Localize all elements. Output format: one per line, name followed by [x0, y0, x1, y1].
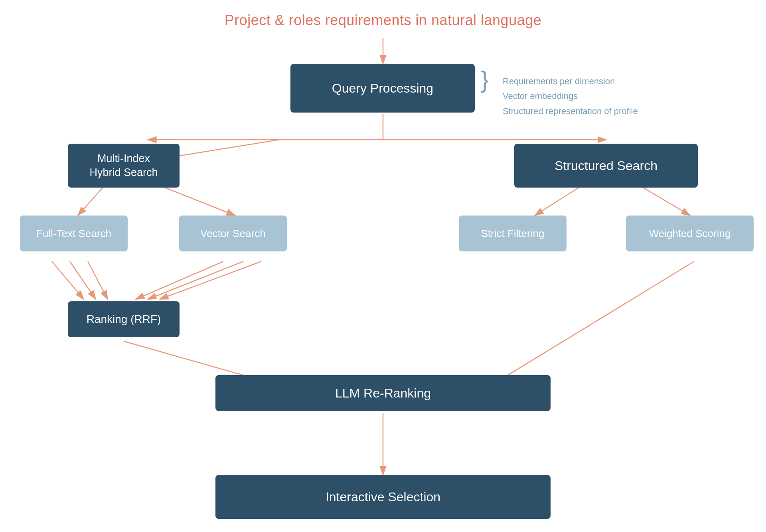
- svg-line-10: [88, 261, 108, 299]
- full-text-search-box: Full-Text Search: [20, 216, 128, 251]
- annotation-text: Requirements per dimension Vector embedd…: [503, 74, 638, 119]
- interactive-selection-box: Interactive Selection: [215, 475, 551, 519]
- query-processing-box: Query Processing: [290, 64, 475, 113]
- weighted-scoring-box: Weighted Scoring: [626, 216, 754, 251]
- structured-search-box: Structured Search: [514, 144, 698, 188]
- svg-line-11: [136, 261, 223, 299]
- top-label: Project & roles requirements in natural …: [225, 12, 541, 29]
- svg-line-8: [52, 261, 84, 299]
- annotation-line-3: Structured representation of profile: [503, 104, 638, 119]
- ranking-rrf-box: Ranking (RRF): [68, 301, 180, 337]
- svg-line-12: [148, 261, 243, 299]
- svg-line-9: [70, 261, 96, 299]
- strict-filtering-box: Strict Filtering: [459, 216, 567, 251]
- annotation-brace: }: [481, 66, 489, 93]
- svg-line-17: [495, 261, 694, 383]
- llm-reranking-box: LLM Re-Ranking: [215, 375, 551, 411]
- annotation-line-2: Vector embeddings: [503, 89, 638, 103]
- multi-index-box: Multi-Index Hybrid Search: [68, 144, 180, 188]
- vector-search-box: Vector Search: [179, 216, 287, 251]
- diagram-container: Project & roles requirements in natural …: [0, 0, 766, 532]
- annotation-line-1: Requirements per dimension: [503, 74, 638, 89]
- svg-line-13: [160, 261, 261, 299]
